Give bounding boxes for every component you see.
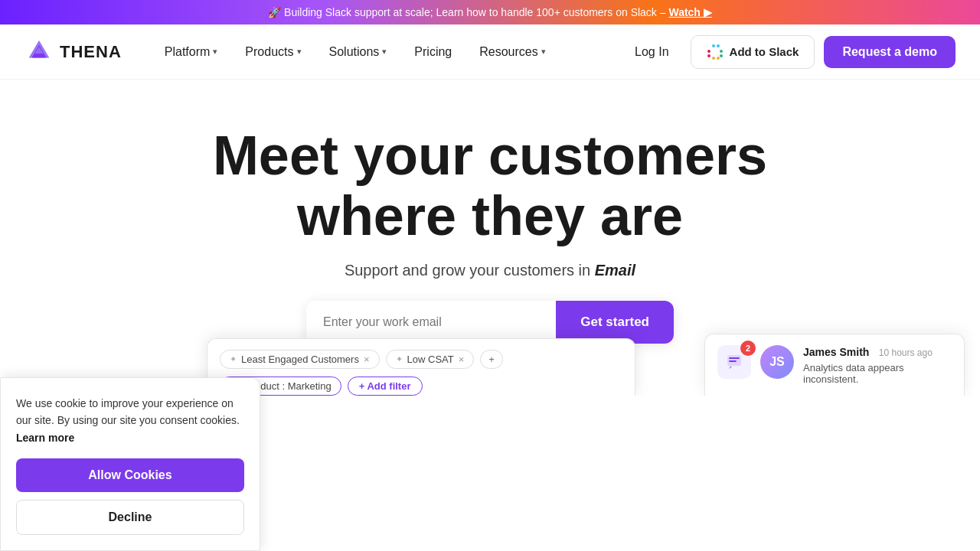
allow-cookies-button[interactable]: Allow Cookies [16,458,244,492]
notification-card: 2 JS James Smith 10 hours ago Analytics … [704,334,965,396]
svg-rect-3 [717,44,720,47]
svg-rect-8 [727,355,741,366]
svg-rect-0 [707,50,710,53]
filter-tabs: ✦ Least Engaged Customers × ✦ Low CSAT ×… [220,350,622,369]
notification-badge: 2 [740,341,756,356]
svg-rect-1 [707,54,710,57]
chevron-down-icon: ▾ [382,47,387,57]
user-name: James Smith [803,346,869,358]
nav-platform[interactable]: Platform ▾ [152,39,230,65]
user-avatar: JS [760,345,794,379]
chevron-down-icon: ▾ [213,47,217,57]
nav-resources[interactable]: Resources ▾ [467,39,557,65]
logo[interactable]: THENA [24,37,122,67]
banner-text: 🚀 Building Slack support at scale; Learn… [268,6,665,18]
chevron-down-icon: ▾ [297,47,302,57]
svg-rect-5 [720,54,723,57]
cookie-text: We use cookie to improve your experience… [16,395,244,446]
notification-icon-wrap: 2 [717,345,751,379]
cookie-banner: We use cookie to improve your experience… [0,377,260,551]
nav-solutions[interactable]: Solutions ▾ [317,39,400,65]
slack-icon [707,44,724,60]
svg-rect-7 [717,57,720,60]
nav-pricing[interactable]: Pricing [402,39,464,65]
add-tab-button[interactable]: + [480,350,503,369]
learn-more-link[interactable]: Learn more [16,432,74,444]
svg-rect-4 [720,50,723,53]
hero-subtitle: Support and grow your customers in Email [345,262,635,279]
request-demo-button[interactable]: Request a demo [824,36,956,68]
notification-message: Analytics data appears inconsistent. [803,362,952,385]
star-icon: ✦ [230,354,237,364]
nav-actions: Log In Add to Slack Request a demo [622,35,956,69]
logo-text: THENA [60,42,122,62]
hero-section: Meet your customers where they are Suppo… [0,80,980,396]
filter-preview-card: ✦ Least Engaged Customers × ✦ Low CSAT ×… [207,338,635,396]
notification-row: 2 JS James Smith 10 hours ago Analytics … [717,345,952,385]
close-icon[interactable]: × [364,354,370,365]
announcement-banner: 🚀 Building Slack support at scale; Learn… [0,0,980,24]
notification-content: James Smith 10 hours ago Analytics data … [803,345,952,385]
nav-links: Platform ▾ Products ▾ Solutions ▾ Pricin… [152,39,622,65]
logo-icon [24,37,54,67]
chevron-down-icon: ▾ [541,47,546,57]
filter-tab-least-engaged: ✦ Least Engaged Customers × [220,350,380,369]
svg-rect-6 [712,57,715,60]
notification-header: James Smith 10 hours ago [803,345,952,359]
notification-time: 10 hours ago [879,347,933,358]
svg-rect-2 [712,44,715,47]
banner-link[interactable]: Watch ▶ [668,6,711,18]
filter-tab-low-csat: ✦ Low CSAT × [386,350,475,369]
hero-title: Meet your customers where they are [213,126,767,246]
navbar: THENA Platform ▾ Products ▾ Solutions ▾ … [0,24,980,80]
add-filter-button[interactable]: + Add filter [348,377,423,396]
message-icon [726,354,743,370]
filter-row: 💬 Product : Marketing + Add filter [220,377,622,396]
nav-products[interactable]: Products ▾ [233,39,313,65]
decline-cookies-button[interactable]: Decline [16,500,244,535]
close-icon[interactable]: × [459,354,465,365]
login-button[interactable]: Log In [622,39,681,65]
add-to-slack-button[interactable]: Add to Slack [691,35,815,69]
star-icon: ✦ [396,354,403,364]
